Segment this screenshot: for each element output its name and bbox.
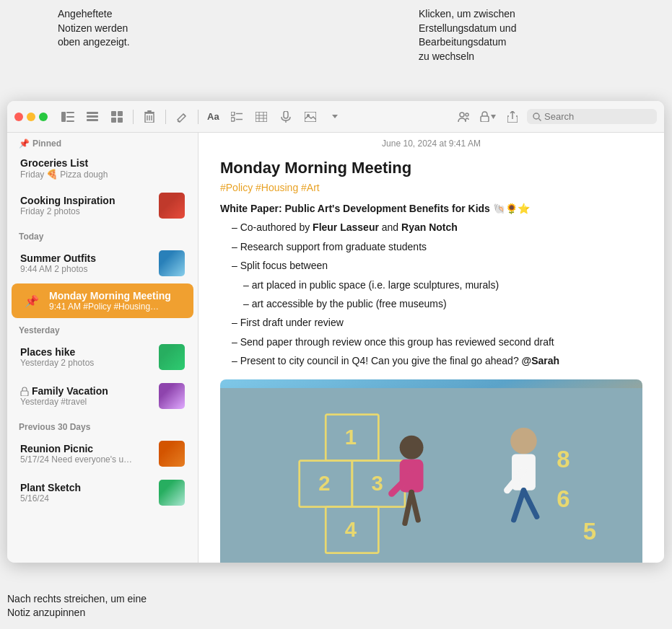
media-button[interactable] (300, 107, 320, 127)
note-text-meeting: Monday Morning Meeting 9:41 AM #Policy #… (49, 290, 185, 312)
note-item-meeting[interactable]: 📌 Monday Morning Meeting 9:41 AM #Policy… (12, 283, 193, 318)
note-item-reunion[interactable]: Reunion Picnic 5/17/24 Need everyone's u… (12, 435, 193, 472)
section-today-label: Today (19, 232, 43, 242)
svg-point-35 (533, 113, 539, 119)
note-image: 1 2 3 4 8 6 5 (220, 379, 642, 563)
close-button[interactable] (14, 113, 23, 121)
note-item-family[interactable]: Family Vacation Yesterday #travel (12, 377, 193, 415)
svg-line-36 (539, 118, 541, 120)
sidebar-toggle-button[interactable] (58, 107, 78, 127)
note-text-reunion: Reunion Picnic 5/17/24 Need everyone's u… (20, 443, 153, 465)
note-meta-reunion: 5/17/24 Need everyone's u… (20, 454, 153, 465)
format-button[interactable]: Aa (204, 107, 222, 127)
traffic-lights (14, 113, 48, 121)
thumb-hike (159, 344, 185, 370)
separator-1 (133, 110, 134, 124)
note-item-cooking[interactable]: Cooking Inspiration Friday 2 photos (12, 187, 193, 224)
note-meta-plant: 5/16/24 (20, 493, 153, 503)
compose-button[interactable] (172, 107, 192, 127)
pin-icon: 📌 (19, 138, 30, 149)
note-item-groceries[interactable]: Groceries List Friday 🍕 🍕 Pizza dough Pi… (12, 151, 193, 185)
note-body: White Paper: Public Art's Development Be… (220, 201, 642, 369)
delete-button[interactable] (139, 107, 160, 127)
lock-icon (20, 387, 29, 396)
thumb-cooking (159, 193, 185, 219)
section-prev30: Previous 30 Days (7, 416, 198, 435)
svg-rect-9 (111, 118, 116, 123)
section-today: Today (7, 226, 198, 245)
note-meta-cooking: Friday 2 photos (20, 206, 153, 216)
audio-button[interactable] (276, 107, 296, 127)
minimize-button[interactable] (27, 113, 35, 121)
note-item-hike[interactable]: Places hike Yesterday 2 photos (12, 338, 193, 376)
note-meta-family: Yesterday #travel (20, 397, 153, 407)
svg-rect-7 (111, 111, 116, 116)
search-box[interactable] (527, 109, 657, 124)
toolbar-right (453, 107, 657, 127)
svg-line-17 (183, 114, 186, 116)
note-text-family: Family Vacation Yesterday #travel (20, 385, 153, 407)
note-meta-hike: Yesterday 2 photos (20, 358, 153, 368)
note-title-family: Family Vacation (20, 385, 153, 397)
note-item-plant[interactable]: Plant Sketch 5/16/24 (12, 474, 193, 511)
svg-rect-34 (481, 116, 489, 122)
svg-text:1: 1 (345, 425, 357, 448)
note-meta-meeting: 9:41 AM #Policy #Housing… (49, 302, 185, 312)
svg-point-55 (510, 427, 537, 454)
note-body-line-8: – Send paper through review once this gr… (232, 334, 642, 350)
svg-text:4: 4 (345, 517, 357, 540)
note-detail: June 10, 2024 at 9:41 AM Monday Morning … (198, 133, 664, 563)
lock-button[interactable] (478, 107, 498, 127)
grid-view-button[interactable] (107, 107, 127, 127)
note-body-line-9: – Present to city council in Q4! Can you… (232, 353, 642, 369)
svg-rect-0 (61, 112, 66, 122)
svg-rect-2 (66, 116, 74, 118)
note-meta-summer: 9:44 AM 2 photos (20, 264, 153, 274)
svg-rect-8 (118, 111, 123, 116)
svg-rect-21 (231, 118, 235, 121)
svg-rect-37 (21, 391, 28, 396)
svg-point-50 (400, 435, 424, 459)
thumb-summer (159, 250, 185, 276)
svg-text:5: 5 (583, 518, 596, 545)
notes-window: Aa (7, 101, 664, 563)
note-title-groceries: Groceries List (20, 157, 185, 169)
note-text-hike: Places hike Yesterday 2 photos (20, 346, 153, 368)
list-view-button[interactable] (82, 107, 102, 127)
note-title-summer: Summer Outfits (20, 252, 153, 264)
media-dropdown-button[interactable] (325, 107, 345, 127)
main-content: 📌 Pinned Groceries List Friday 🍕 🍕 Pizza… (7, 133, 664, 563)
note-meta-groceries: Friday 🍕 🍕 Pizza dough Pizza dough (20, 169, 185, 180)
note-title-reunion: Reunion Picnic (20, 443, 153, 454)
svg-text:2: 2 (318, 471, 330, 494)
svg-point-32 (460, 113, 464, 117)
note-body-line-5: – art placed in public space (i.e. large… (243, 277, 642, 293)
note-item-summer[interactable]: Summer Outfits 9:44 AM 2 photos (12, 245, 193, 282)
svg-rect-12 (144, 112, 154, 113)
thumb-family (159, 383, 185, 409)
svg-rect-13 (147, 110, 152, 112)
note-body-line-6: – art accessible by the public (free mus… (243, 296, 642, 312)
search-icon (533, 113, 541, 121)
svg-rect-30 (305, 112, 316, 122)
note-text-plant: Plant Sketch 5/16/24 (20, 482, 153, 503)
note-text-cooking: Cooking Inspiration Friday 2 photos (20, 195, 153, 216)
section-yesterday-label: Yesterday (19, 325, 60, 335)
svg-rect-38 (220, 388, 642, 563)
section-yesterday: Yesterday (7, 320, 198, 338)
annotation-bottom: Nach rechts streichen, um eine Notiz anz… (7, 592, 260, 620)
note-text-groceries: Groceries List Friday 🍕 🍕 Pizza dough Pi… (20, 157, 185, 180)
note-content: Monday Morning Meeting #Policy #Housing … (198, 151, 664, 563)
section-pinned-label: Pinned (32, 138, 61, 149)
table-button[interactable] (251, 107, 271, 127)
maximize-button[interactable] (39, 113, 48, 121)
collaborate-button[interactable] (453, 107, 474, 127)
share-button[interactable] (502, 107, 523, 127)
svg-line-18 (178, 121, 180, 122)
svg-rect-19 (231, 112, 235, 115)
checklist-button[interactable] (227, 107, 247, 127)
svg-rect-23 (256, 112, 267, 122)
search-input[interactable] (544, 111, 645, 122)
toolbar: Aa (7, 101, 664, 133)
note-body-line-7: – First draft under review (232, 314, 642, 330)
